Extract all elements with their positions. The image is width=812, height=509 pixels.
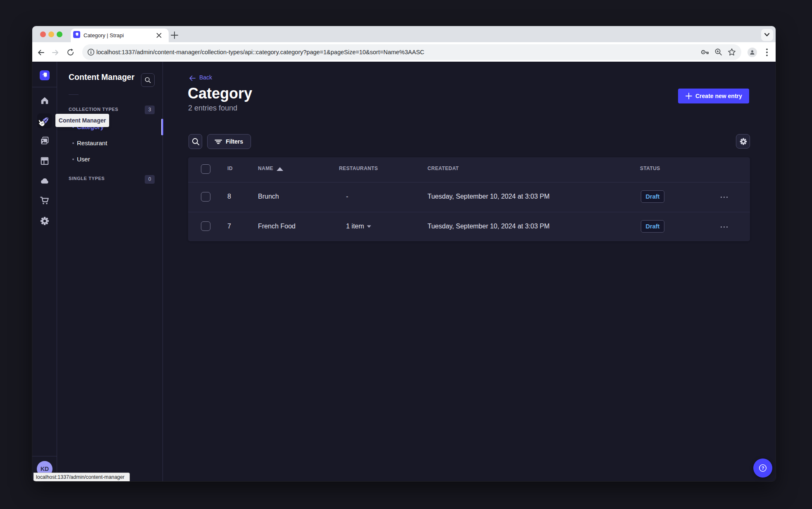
svg-text:?: ? [762, 466, 764, 471]
